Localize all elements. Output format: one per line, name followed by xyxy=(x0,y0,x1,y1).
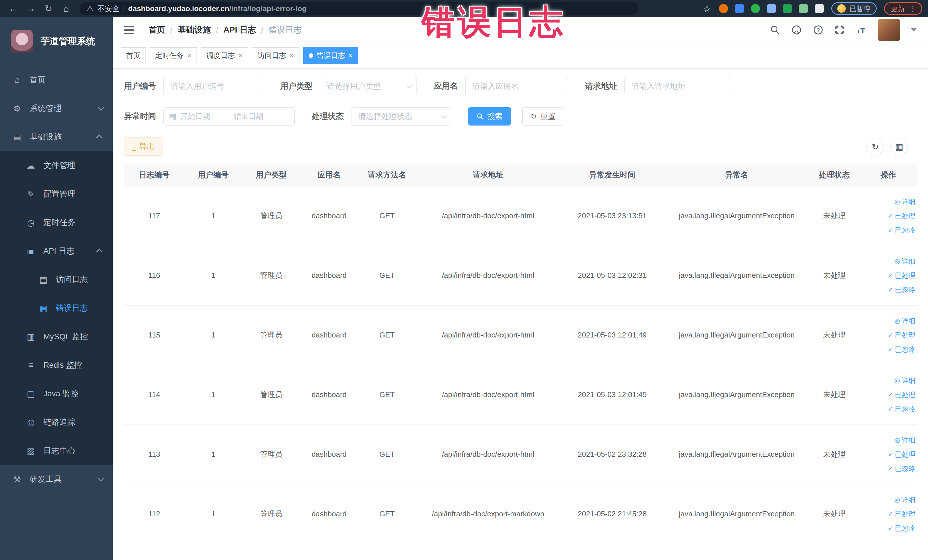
cell-exception: java.lang.IllegalArgumentException xyxy=(664,424,809,484)
export-button[interactable]: ↓ 导出 xyxy=(124,137,163,156)
forward-icon[interactable]: → xyxy=(23,0,38,17)
help-icon[interactable]: ? xyxy=(813,24,824,35)
system-icon: ⚙ xyxy=(12,104,22,113)
tab-错误日志[interactable]: 错误日志× xyxy=(303,47,358,64)
chevron-down-icon[interactable] xyxy=(911,28,917,32)
action-已忽略[interactable]: ✓已忽略 xyxy=(888,345,916,354)
browser-update-button[interactable]: 更新 ⋮ xyxy=(884,2,922,15)
action-已处理[interactable]: ✓已处理 xyxy=(888,331,916,340)
user-id-input[interactable] xyxy=(163,77,263,95)
tab-访问日志[interactable]: 访问日志× xyxy=(252,47,299,64)
browser-actions: ☆ 已暂停 更新 ⋮ xyxy=(703,2,922,15)
action-已处理[interactable]: ✓已处理 xyxy=(888,390,916,400)
home-icon[interactable]: ⌂ xyxy=(59,0,73,17)
action-label: 已处理 xyxy=(895,510,916,519)
action-已忽略[interactable]: ✓已忽略 xyxy=(888,464,916,473)
date-range-picker[interactable]: ▦ - xyxy=(163,107,295,125)
sidebar-item-apilog[interactable]: ▣API 日志 xyxy=(0,237,113,265)
sidebar-item-redis[interactable]: ≡Redis 监控 xyxy=(0,351,113,379)
sidebar-item-access[interactable]: ▤访问日志 xyxy=(0,265,113,294)
tab-调度日志[interactable]: 调度日志× xyxy=(201,47,248,64)
action-已处理[interactable]: ✓已处理 xyxy=(888,510,916,519)
tab-label: 访问日志 xyxy=(257,51,286,60)
refresh-table-button[interactable]: ↻ xyxy=(866,138,884,156)
action-已处理[interactable]: ✓已处理 xyxy=(888,211,916,221)
action-详细[interactable]: ◎详细 xyxy=(894,257,916,266)
extensions-puzzle-icon[interactable] xyxy=(815,4,824,13)
sidebar-item-home[interactable]: ⌂首页 xyxy=(0,66,113,94)
action-详细[interactable]: ◎详细 xyxy=(894,495,916,504)
action-已忽略[interactable]: ✓已忽略 xyxy=(888,226,916,235)
user-type-select[interactable]: 请选择用户类型 xyxy=(320,77,417,95)
ext-onoff-icon[interactable] xyxy=(783,4,792,13)
sidebar-item-tools[interactable]: ⚒研发工具 xyxy=(0,465,113,493)
ext-blue-shield-icon[interactable] xyxy=(735,4,744,13)
sidebar-item-logcenter[interactable]: ▨日志中心 xyxy=(0,436,113,465)
column-header: 用户编号 xyxy=(184,164,242,186)
avatar[interactable] xyxy=(878,19,900,41)
reset-button[interactable]: ↻ 重置 xyxy=(522,107,564,125)
cell-method: GET xyxy=(358,424,416,484)
search-icon[interactable] xyxy=(770,25,780,35)
close-icon[interactable]: × xyxy=(289,52,293,60)
github-icon[interactable] xyxy=(791,24,802,35)
breadcrumb-item[interactable]: API 日志 xyxy=(223,24,256,36)
error-log-table: 日志编号用户编号用户类型应用名请求方法名请求地址异常发生时间异常名处理状态操作 … xyxy=(124,164,917,544)
tab-定时任务[interactable]: 定时任务× xyxy=(150,47,197,64)
security-label[interactable]: 不安全 xyxy=(97,4,119,14)
back-icon[interactable]: ← xyxy=(6,0,21,17)
ext-leaf-icon[interactable] xyxy=(799,4,808,13)
table-body: 1171管理员dashboardGET/api/infra/db-doc/exp… xyxy=(124,186,917,544)
column-settings-button[interactable]: ▦ xyxy=(890,138,908,156)
paused-extension-chip[interactable]: 已暂停 xyxy=(831,2,877,15)
breadcrumb-item[interactable]: 首页 xyxy=(149,24,165,36)
tab-label: 调度日志 xyxy=(206,51,235,60)
action-已处理[interactable]: ✓已处理 xyxy=(888,271,916,280)
action-详细[interactable]: ◎详细 xyxy=(894,316,916,325)
search-button[interactable]: 搜索 xyxy=(468,107,511,125)
filter-row-2: 异常时间 ▦ - 处理状态 请选择处理状态 xyxy=(124,107,917,125)
font-size-icon[interactable]: TT xyxy=(856,24,867,36)
app-name-input[interactable] xyxy=(465,77,568,95)
action-详细[interactable]: ◎详细 xyxy=(894,376,916,385)
sidebar-item-system[interactable]: ⚙系统管理 xyxy=(0,94,113,123)
status-select[interactable]: 请选择处理状态 xyxy=(351,107,451,125)
view-icon: ◎ xyxy=(894,436,900,444)
action-详细[interactable]: ◎详细 xyxy=(894,197,916,206)
sidebar-item-trace[interactable]: ◎链路追踪 xyxy=(0,408,113,436)
sidebar-item-error[interactable]: ▦错误日志 xyxy=(0,294,113,322)
chevron-down-icon xyxy=(406,83,412,89)
request-url-input[interactable] xyxy=(624,77,730,95)
breadcrumb-item[interactable]: 基础设施 xyxy=(178,24,211,36)
ext-grid-icon[interactable] xyxy=(767,4,776,13)
fullscreen-icon[interactable] xyxy=(835,25,845,35)
start-date-input[interactable] xyxy=(180,112,223,121)
cell-time: 2021-05-03 12:02:31 xyxy=(560,246,664,305)
sidebar-item-infra[interactable]: ▤基础设施 xyxy=(0,123,113,151)
hamburger-icon[interactable] xyxy=(124,26,134,34)
sidebar-item-config[interactable]: ✎配置管理 xyxy=(0,180,113,208)
tab-首页[interactable]: 首页 xyxy=(121,47,146,64)
action-已忽略[interactable]: ✓已忽略 xyxy=(888,524,916,533)
action-已忽略[interactable]: ✓已忽略 xyxy=(888,404,916,414)
close-icon[interactable]: × xyxy=(349,52,353,60)
action-已忽略[interactable]: ✓已忽略 xyxy=(888,285,916,294)
close-icon[interactable]: × xyxy=(187,52,191,60)
sidebar-item-label: MySQL 监控 xyxy=(43,331,102,342)
cell-user_type: 管理员 xyxy=(242,246,300,305)
bookmark-star-icon[interactable]: ☆ xyxy=(703,3,711,14)
kebab-menu-icon[interactable]: ⋮ xyxy=(909,4,917,14)
action-详细[interactable]: ◎详细 xyxy=(894,436,916,445)
close-icon[interactable]: × xyxy=(238,52,243,60)
sidebar-item-java[interactable]: ▢Java 监控 xyxy=(0,379,113,408)
reload-icon[interactable]: ↻ xyxy=(41,0,56,17)
ext-green-circle-icon[interactable] xyxy=(751,4,760,13)
action-label: 已处理 xyxy=(895,390,916,400)
end-date-input[interactable] xyxy=(234,112,276,121)
page-content: 用户编号 用户类型 请选择用户类型 应用名 xyxy=(113,69,928,560)
action-已处理[interactable]: ✓已处理 xyxy=(888,450,916,459)
sidebar-item-job[interactable]: ◷定时任务 xyxy=(0,208,113,237)
ext-orange-circle-icon[interactable] xyxy=(719,4,728,13)
sidebar-item-file[interactable]: ☁文件管理 xyxy=(0,151,113,180)
sidebar-item-mysql[interactable]: ▥MySQL 监控 xyxy=(0,322,113,351)
